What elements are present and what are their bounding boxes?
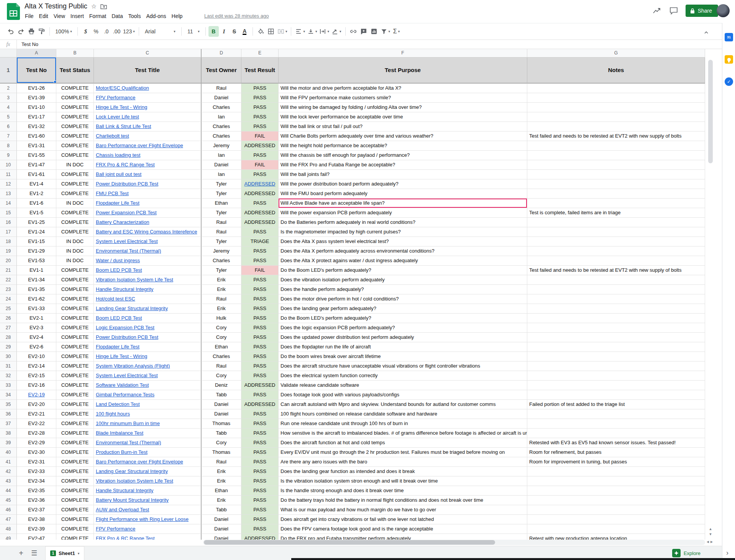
row-header-9[interactable]: 9 bbox=[0, 151, 17, 160]
cell-E35[interactable]: ADDRESSED bbox=[241, 400, 279, 409]
cell-G35[interactable]: Failed portion of test added to the tria… bbox=[527, 400, 705, 409]
cell-E13[interactable]: ADDRESSED bbox=[241, 189, 279, 199]
cell-G42[interactable] bbox=[527, 467, 705, 476]
row-header-16[interactable]: 16 bbox=[0, 218, 17, 227]
cell-G15[interactable]: Test is complete, failed items are in tr… bbox=[527, 208, 705, 218]
merge-cells-button[interactable]: ▾ bbox=[276, 26, 289, 37]
header-cell-E1[interactable]: Test Result bbox=[241, 57, 279, 84]
cell-F17[interactable]: Is the magnetometer impacted by high cur… bbox=[279, 227, 527, 237]
cell-D32[interactable]: Cory bbox=[202, 371, 241, 381]
cell-F6[interactable]: Will the ball link or strut fail / pull … bbox=[279, 122, 527, 131]
test-title-link[interactable]: Chassis loading test bbox=[96, 152, 140, 158]
test-title-link[interactable]: Logic Expansion PCB Test bbox=[96, 325, 154, 330]
test-title-link[interactable]: Flopdapter Life Test bbox=[96, 344, 139, 350]
cell-D2[interactable]: Raul bbox=[202, 84, 241, 93]
row-header-45[interactable]: 45 bbox=[0, 496, 17, 505]
cell-F32[interactable]: Does the electrical system function corr… bbox=[279, 371, 527, 381]
menu-insert[interactable]: Insert bbox=[68, 12, 87, 20]
row-header-42[interactable]: 42 bbox=[0, 467, 17, 476]
test-title-link[interactable]: System Level Electrical Test bbox=[96, 373, 158, 378]
cell-A12[interactable]: EV1-4 bbox=[17, 179, 56, 189]
cell-E11[interactable]: PASS bbox=[241, 170, 279, 179]
font-size-select[interactable]: 11 ▾ bbox=[184, 26, 203, 37]
cell-A6[interactable]: EV1-32 bbox=[17, 122, 56, 131]
cell-F14[interactable]: Will Active Blade have an acceptable lif… bbox=[279, 199, 527, 208]
cell-D17[interactable]: Raul bbox=[202, 227, 241, 237]
font-select[interactable]: Arial ▾ bbox=[142, 26, 179, 37]
cell-A35[interactable]: EV2-20 bbox=[17, 400, 56, 409]
trend-icon[interactable] bbox=[652, 6, 662, 16]
cell-B18[interactable]: IN DOC bbox=[56, 237, 94, 246]
cell-D14[interactable]: Ethan bbox=[202, 199, 241, 208]
scroll-up-icon[interactable]: ▴ bbox=[709, 526, 712, 531]
cell-F25[interactable]: Does the landing gear perform adequately… bbox=[279, 304, 527, 314]
cell-F33[interactable]: Validate release candidate software bbox=[279, 381, 527, 390]
cell-C46[interactable]: AUW and Overload Test bbox=[94, 505, 202, 515]
cell-D23[interactable]: Erik bbox=[202, 285, 241, 294]
cell-E23[interactable]: PASS bbox=[241, 285, 279, 294]
row-header-28[interactable]: 28 bbox=[0, 333, 17, 342]
cell-C14[interactable]: Flopdapter Life Test bbox=[94, 199, 202, 208]
row-header-29[interactable]: 29 bbox=[0, 342, 17, 352]
test-title-link[interactable]: Lock Lever Life test bbox=[96, 114, 139, 120]
row-header-44[interactable]: 44 bbox=[0, 486, 17, 496]
cell-F49[interactable]: Do the FRX pro and Futaba transmitter pe… bbox=[279, 534, 527, 540]
cell-G38[interactable] bbox=[527, 429, 705, 438]
row-header-15[interactable]: 15 bbox=[0, 208, 17, 218]
vertical-scrollbar[interactable] bbox=[708, 60, 713, 163]
cell-C48[interactable]: FPV Performance bbox=[94, 524, 202, 534]
menu-data[interactable]: Data bbox=[109, 12, 126, 20]
cell-F41[interactable]: Are there any aero issues with the baro bbox=[279, 457, 527, 467]
cell-F40[interactable]: Every EV/DV unit must go through the 2 h… bbox=[279, 448, 527, 457]
cell-C20[interactable]: Water / dust ingress bbox=[94, 256, 202, 266]
cell-C45[interactable]: Battery Mount Structural Integrity bbox=[94, 496, 202, 505]
keep-icon[interactable] bbox=[725, 55, 733, 64]
cell-C39[interactable]: Environmental Test (Thermal) bbox=[94, 438, 202, 448]
row-header-21[interactable]: 21 bbox=[0, 266, 17, 275]
cell-C21[interactable]: Boom LED PCB Test bbox=[94, 266, 202, 275]
cell-G43[interactable] bbox=[527, 476, 705, 486]
cell-F42[interactable]: Does the landing gear function as intend… bbox=[279, 467, 527, 476]
cell-B3[interactable]: COMPLETE bbox=[56, 93, 94, 103]
header-cell-D1[interactable]: Test Owner bbox=[202, 57, 241, 84]
cell-A22[interactable]: EV1-34 bbox=[17, 275, 56, 285]
cell-A14[interactable]: EV1-6 bbox=[17, 199, 56, 208]
collapse-toolbar-button[interactable] bbox=[701, 27, 711, 38]
text-color-button[interactable]: A bbox=[240, 26, 250, 37]
cell-B22[interactable]: COMPLETE bbox=[56, 275, 94, 285]
cell-G45[interactable] bbox=[527, 496, 705, 505]
cell-F13[interactable]: Will the FMU board perform adequately bbox=[279, 189, 527, 199]
menu-file[interactable]: File bbox=[22, 12, 36, 20]
cell-F22[interactable]: Does the vibration isolation perform ade… bbox=[279, 275, 527, 285]
cell-F38[interactable]: How senstive is the aircraft to imbalanc… bbox=[279, 429, 527, 438]
cell-A27[interactable]: EV2-3 bbox=[17, 323, 56, 333]
cell-C36[interactable]: 100 flight hours bbox=[94, 409, 202, 419]
cell-E46[interactable]: PASS bbox=[241, 505, 279, 515]
cell-G13[interactable] bbox=[527, 189, 705, 199]
cell-B33[interactable]: COMPLETE bbox=[56, 381, 94, 390]
insert-chart-button[interactable] bbox=[369, 26, 379, 37]
cell-D8[interactable]: Jeremy bbox=[202, 141, 241, 151]
horizontal-align-button[interactable]: ▾ bbox=[294, 26, 306, 37]
cell-F34[interactable]: Does footage look good with various payl… bbox=[279, 390, 527, 400]
cell-G10[interactable] bbox=[527, 160, 705, 170]
cell-C31[interactable]: System Vibration Analysis (Flight) bbox=[94, 361, 202, 371]
cell-G28[interactable] bbox=[527, 333, 705, 342]
last-edit-link[interactable]: Last edit was 28 minutes ago bbox=[204, 13, 269, 19]
cell-A45[interactable]: EV2-36 bbox=[17, 496, 56, 505]
test-title-link[interactable]: Flight Performance with Ring Lever Loose bbox=[96, 516, 189, 522]
cell-E9[interactable]: PASS bbox=[241, 151, 279, 160]
cell-C43[interactable]: Vibration Isolation System Life Test bbox=[94, 476, 202, 486]
header-cell-B1[interactable]: Test Status bbox=[56, 57, 94, 84]
cell-B16[interactable]: COMPLETE bbox=[56, 218, 94, 227]
cell-B25[interactable]: COMPLETE bbox=[56, 304, 94, 314]
cell-C3[interactable]: FPV Performance bbox=[94, 93, 202, 103]
cell-B40[interactable]: COMPLETE bbox=[56, 448, 94, 457]
cell-A23[interactable]: EV1-35 bbox=[17, 285, 56, 294]
cell-F7[interactable]: Will Charlie Bolts perform adequately ov… bbox=[279, 131, 527, 141]
cell-A11[interactable]: EV1-61 bbox=[17, 170, 56, 179]
cell-D26[interactable]: Hulk bbox=[202, 314, 241, 323]
cell-C10[interactable]: FRX Pro & RC Range Test bbox=[94, 160, 202, 170]
cell-D18[interactable]: Tyler bbox=[202, 237, 241, 246]
vertical-align-button[interactable]: ▾ bbox=[306, 26, 318, 37]
